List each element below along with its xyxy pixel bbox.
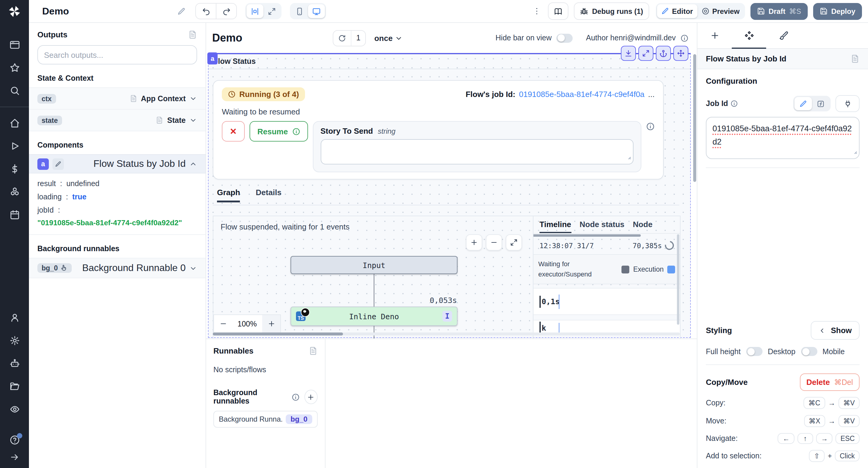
prop-result[interactable]: result:undefined (37, 179, 197, 188)
job-id-link[interactable]: 0191085e-5baa-81ef-4774-c9ef4f0a (519, 90, 644, 99)
folders-icon[interactable] (9, 381, 20, 392)
fullscreen-icon[interactable] (638, 46, 653, 61)
rename-app-icon[interactable] (178, 7, 186, 15)
component-horizontal-scrollbar[interactable] (213, 332, 680, 335)
schedules-icon[interactable] (9, 210, 20, 220)
collapse-sidebar-icon[interactable] (10, 452, 19, 462)
kbd-esc: ESC (836, 433, 860, 444)
step-node-badge: I (442, 311, 452, 322)
schedule-dropdown[interactable]: once (374, 33, 403, 42)
mobile-view-button[interactable] (291, 4, 308, 18)
tab-timeline[interactable]: Timeline (539, 220, 571, 233)
fullwidth-layout-button[interactable] (264, 4, 281, 18)
search-outputs-input[interactable] (37, 45, 197, 64)
zoom-out-button[interactable] (214, 315, 232, 332)
input-node[interactable]: Input (290, 256, 458, 274)
zoom-in-button[interactable] (262, 315, 280, 332)
tab-node-status[interactable]: Node status (580, 220, 624, 233)
chevron-down-icon[interactable] (189, 95, 197, 102)
flow-status-component[interactable]: a Flow Status Running (3 of 4) Flow's jo… (208, 53, 691, 338)
static-input-mode-button[interactable] (795, 97, 812, 110)
desktop-toggle[interactable] (801, 347, 817, 356)
hide-bar-toggle[interactable] (556, 33, 572, 42)
mobile-label: Mobile (823, 347, 845, 356)
anchor-icon[interactable] (656, 46, 671, 61)
graph-fullscreen-button[interactable] (506, 234, 522, 250)
job-id-info-icon[interactable] (731, 100, 738, 107)
windmill-logo[interactable] (0, 0, 29, 23)
execution-tick (559, 295, 559, 309)
author-info-icon[interactable] (681, 34, 688, 42)
desktop-view-button[interactable] (308, 4, 325, 18)
runnables-doc-icon[interactable] (309, 346, 318, 355)
expand-down-icon[interactable] (621, 46, 636, 61)
draft-button[interactable]: Draft⌘S (750, 3, 808, 20)
chevron-down-icon[interactable] (189, 116, 197, 124)
ctx-row[interactable]: ctx App Context (29, 87, 206, 109)
timeline-horizontal-scrollbar[interactable] (533, 234, 641, 237)
graph-zoom-in-button[interactable] (466, 234, 482, 250)
outputs-doc-icon[interactable] (188, 30, 197, 39)
graph-zoom-out-button[interactable] (486, 234, 502, 250)
prop-loading[interactable]: loading:true (37, 193, 197, 201)
centered-layout-button[interactable] (247, 4, 264, 18)
editor-tab[interactable]: Editor (657, 4, 697, 18)
refresh-button[interactable] (333, 30, 351, 45)
user-icon[interactable] (9, 312, 20, 323)
resume-button[interactable]: Resume (250, 121, 308, 141)
audit-icon[interactable] (9, 404, 20, 414)
add-bg-runnable-button[interactable] (304, 390, 318, 404)
kbd-left: ← (778, 433, 795, 444)
deploy-button[interactable]: Deploy (813, 3, 862, 20)
canvas-vertical-scrollbar[interactable] (693, 54, 696, 331)
prop-jobid[interactable]: jobId: (37, 206, 197, 214)
apps-icon[interactable] (9, 40, 20, 50)
bg-runnable-row[interactable]: bg_0 Background Runnable 0 (29, 258, 206, 278)
home-icon[interactable] (9, 118, 20, 128)
ctx-doc-icon[interactable] (129, 95, 137, 102)
edit-component-id-icon[interactable] (53, 158, 64, 170)
favorites-icon[interactable] (9, 63, 20, 73)
show-styling-button[interactable]: Show (811, 321, 860, 340)
workers-icon[interactable] (9, 358, 20, 369)
redo-button[interactable] (216, 4, 237, 19)
timeline-row[interactable]: 0,1s (533, 288, 680, 315)
docs-button[interactable] (548, 2, 568, 20)
status-badge: Running (3 of 4) (222, 87, 305, 101)
component-settings-tab[interactable] (732, 23, 766, 48)
undo-button[interactable] (196, 4, 216, 19)
delete-component-button[interactable]: Delete⌘Del (800, 373, 860, 391)
more-menu-icon[interactable] (532, 7, 541, 16)
component-doc-icon[interactable] (850, 54, 860, 63)
tab-details[interactable]: Details (256, 188, 281, 202)
tab-node[interactable]: Node (633, 220, 652, 233)
search-icon[interactable] (9, 86, 20, 96)
component-a-row[interactable]: a Flow Status by Job Id (29, 154, 206, 173)
cancel-button[interactable]: ✕ (222, 121, 245, 141)
bg-runnable-item[interactable]: Background Runna... bg_0 (213, 411, 318, 428)
bg-runnables-info-icon[interactable] (292, 393, 300, 401)
job-id-textarea[interactable]: 0191085e-5baa-81ef-4774-c9ef4f0a92d2 (706, 117, 860, 159)
chevron-down-icon[interactable] (189, 264, 197, 272)
move-icon[interactable] (673, 46, 688, 61)
runs-icon[interactable] (9, 141, 20, 151)
timeline-vertical-scrollbar[interactable] (677, 234, 679, 325)
settings-icon[interactable] (9, 335, 20, 346)
styling-tab[interactable] (766, 23, 801, 48)
preview-tab[interactable]: Preview (697, 4, 744, 18)
insert-component-tab[interactable] (698, 23, 732, 48)
form-info-icon[interactable] (646, 122, 655, 131)
eval-input-mode-button[interactable] (812, 97, 830, 110)
state-row[interactable]: state State (29, 109, 206, 131)
help-icon[interactable] (9, 435, 20, 445)
variables-icon[interactable] (9, 164, 20, 174)
debug-runs-button[interactable]: Debug runs (1) (574, 2, 649, 20)
tab-graph[interactable]: Graph (217, 188, 240, 202)
connect-input-button[interactable] (835, 95, 860, 112)
inline-deno-node[interactable]: TS Inline Deno I (290, 307, 458, 326)
resources-icon[interactable] (9, 187, 20, 197)
chevron-up-icon[interactable] (189, 160, 197, 168)
state-doc-icon[interactable] (156, 116, 164, 124)
full-height-toggle[interactable] (746, 347, 762, 356)
story-to-send-textarea[interactable] (320, 139, 633, 164)
